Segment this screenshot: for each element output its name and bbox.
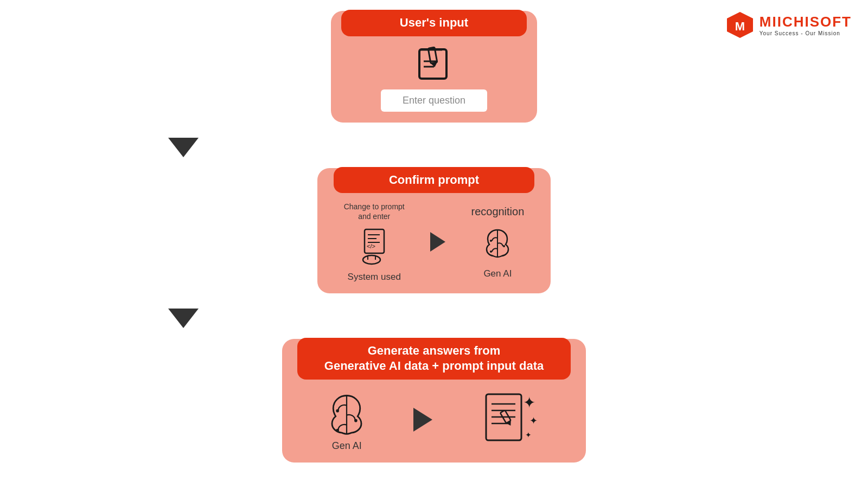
generate-answers-content: Gen AI ✦ [282, 388, 586, 452]
arrow-right-1 [430, 232, 445, 252]
svg-point-23 [336, 429, 339, 432]
recognition-label: recognition [471, 204, 524, 219]
change-prompt-label: Change to prompt and enter [344, 202, 405, 221]
arrow-down-2 [244, 303, 624, 333]
svg-text:M: M [735, 20, 745, 33]
svg-marker-30 [506, 421, 513, 427]
logo-name: MIICHISOFT [760, 14, 852, 30]
users-input-box: User's input Enter question [331, 11, 537, 123]
logo-tagline: Your Success - Our Mission [760, 30, 852, 36]
edit-icon [415, 45, 453, 83]
arrow-right-2 [413, 408, 432, 432]
svg-text:✦: ✦ [523, 394, 535, 411]
brain-icon-large [322, 388, 371, 437]
gen-ai-label-2: Gen AI [483, 268, 512, 279]
gen-ai-group: Gen AI [322, 388, 371, 452]
logo-area: M MIICHISOFT Your Success - Our Mission [726, 11, 852, 39]
svg-point-17 [490, 240, 492, 242]
svg-text:✦: ✦ [529, 415, 538, 426]
document-sparkle-icon: ✦ ✦ ✦ [475, 389, 546, 448]
confirm-prompt-content: Change to prompt and enter </> System us… [317, 202, 551, 282]
svg-text:</>: </> [367, 243, 375, 249]
gen-ai-recognition-group: recognition Gen AI [471, 204, 524, 279]
confirm-prompt-title: Confirm prompt [389, 173, 479, 187]
brain-icon [476, 222, 519, 265]
svg-rect-8 [365, 229, 384, 253]
arrow-down-1 [244, 132, 624, 163]
gen-ai-label-3: Gen AI [332, 440, 362, 452]
svg-point-21 [336, 409, 339, 413]
users-input-title: User's input [400, 16, 468, 29]
svg-point-19 [490, 251, 492, 253]
generate-answers-box: Generate answers from Generative AI data… [282, 339, 586, 463]
system-icon: </> [353, 225, 396, 268]
generate-answers-header: Generate answers from Generative AI data… [297, 338, 571, 380]
svg-point-18 [503, 245, 505, 247]
users-input-content: Enter question [370, 45, 498, 112]
output-icon-group: ✦ ✦ ✦ [475, 389, 546, 451]
confirm-prompt-box: Confirm prompt Change to prompt and ente… [317, 168, 551, 293]
svg-point-13 [363, 255, 380, 264]
users-input-header: User's input [341, 10, 527, 36]
confirm-prompt-header: Confirm prompt [334, 167, 534, 194]
enter-question-field[interactable]: Enter question [381, 89, 487, 112]
svg-point-22 [354, 419, 358, 422]
svg-text:✦: ✦ [525, 431, 532, 439]
logo-text: MIICHISOFT Your Success - Our Mission [760, 14, 852, 36]
generate-answers-title: Generate answers from Generative AI data… [314, 343, 554, 374]
system-used-label: System used [348, 272, 401, 282]
system-used-group: Change to prompt and enter </> System us… [344, 202, 405, 282]
logo-icon: M [726, 11, 754, 39]
diagram: User's input Enter question [244, 0, 624, 463]
